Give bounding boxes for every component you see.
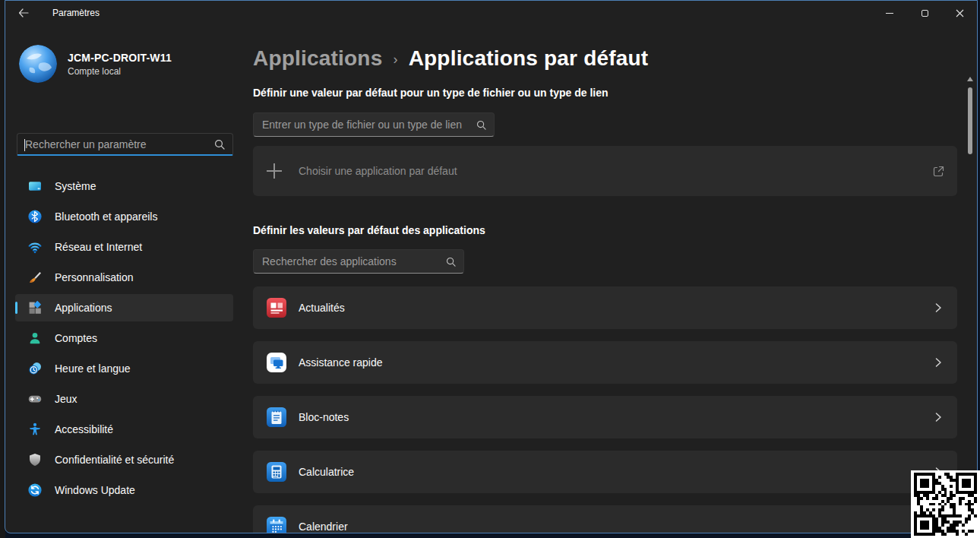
breadcrumb-separator-icon: ›	[393, 52, 397, 68]
close-button[interactable]	[942, 1, 977, 25]
default-apps-list: ActualitésAssistance rapideBloc-notesCal…	[253, 286, 957, 533]
account-avatar	[19, 45, 57, 83]
settings-search-box[interactable]	[17, 133, 233, 156]
titlebar: Paramètres	[5, 1, 977, 25]
search-icon	[207, 139, 232, 150]
app-row-calendrier[interactable]: Calendrier	[253, 505, 957, 533]
maximize-button[interactable]	[907, 1, 942, 25]
globe-avatar-icon	[19, 45, 57, 83]
app-name: Bloc-notes	[299, 411, 933, 423]
choose-default-app-card[interactable]: Choisir une application par défaut	[253, 146, 957, 196]
app-row-actualites[interactable]: Actualités	[253, 286, 957, 329]
app-row-bloc-notes[interactable]: Bloc-notes	[253, 396, 957, 438]
calculator-icon	[265, 460, 288, 483]
accounts-icon	[27, 331, 43, 346]
sidebar-item-label: Accessibilité	[55, 423, 113, 435]
back-button[interactable]	[11, 4, 36, 22]
page-title: Applications par défaut	[409, 46, 649, 71]
sidebar-item-label: Confidentialité et sécurité	[55, 454, 174, 466]
app-name: Assistance rapide	[299, 356, 933, 369]
breadcrumb-parent[interactable]: Applications	[253, 46, 382, 71]
sidebar-item-jeux[interactable]: Jeux	[15, 385, 233, 413]
sidebar-item-heure-et-langue[interactable]: Heure et langue	[15, 355, 233, 382]
account-type: Compte local	[68, 66, 172, 77]
external-link-icon	[932, 165, 945, 178]
notepad-icon	[265, 406, 288, 429]
file-type-search-input[interactable]	[254, 119, 468, 131]
window-title: Paramètres	[52, 8, 100, 18]
bluetooth-icon	[27, 209, 43, 224]
scrollbar-thumb[interactable]	[968, 87, 972, 154]
app-row-calculatrice[interactable]: Calculatrice	[253, 451, 957, 493]
sidebar: JCM-PC-DROIT-W11 Compte local SystèmeBlu…	[5, 25, 241, 533]
sidebar-item-label: Personnalisation	[55, 271, 134, 283]
sidebar-item-label: Réseau et Internet	[55, 241, 142, 253]
search-icon	[468, 120, 494, 130]
privacy-icon	[27, 452, 43, 467]
maximize-icon	[922, 10, 928, 17]
app-row-assistance-rapide[interactable]: Assistance rapide	[253, 341, 957, 384]
minimize-button[interactable]	[872, 1, 907, 25]
sidebar-item-label: Bluetooth et appareils	[55, 210, 157, 223]
account-header[interactable]: JCM-PC-DROIT-W11 Compte local	[19, 45, 241, 83]
choose-default-app-label: Choisir une application par défaut	[299, 165, 932, 177]
quick-assist-icon	[265, 351, 288, 374]
breadcrumb: Applications › Applications par défaut	[253, 45, 957, 72]
qr-code-overlay	[911, 470, 980, 538]
time-language-icon	[27, 361, 43, 376]
chevron-right-icon	[933, 357, 944, 368]
search-icon	[438, 257, 463, 267]
sidebar-item-label: Jeux	[55, 393, 77, 405]
accessibility-icon	[27, 422, 43, 437]
app-name: Actualités	[299, 302, 933, 314]
sidebar-item-label: Applications	[55, 302, 112, 314]
sidebar-item-label: Comptes	[55, 332, 97, 344]
system-icon	[27, 179, 43, 194]
apps-search-input[interactable]	[254, 255, 438, 267]
network-icon	[27, 239, 43, 255]
news-icon	[265, 296, 288, 319]
sidebar-nav: SystèmeBluetooth et appareilsRéseau et I…	[15, 172, 233, 507]
sidebar-item-systeme[interactable]: Système	[15, 172, 233, 200]
plus-icon	[267, 163, 282, 179]
sidebar-item-personnalisation[interactable]: Personnalisation	[15, 264, 233, 291]
left-arrow-icon	[18, 8, 29, 17]
file-type-search-box[interactable]	[253, 112, 495, 137]
close-icon	[956, 9, 964, 17]
sidebar-item-bluetooth-et-appareils[interactable]: Bluetooth et appareils	[15, 203, 233, 230]
personalization-icon	[27, 270, 43, 285]
sidebar-item-windows-update[interactable]: Windows Update	[15, 476, 233, 504]
apps-search-box[interactable]	[253, 249, 464, 274]
minimize-icon	[886, 13, 893, 14]
sidebar-item-applications[interactable]: Applications	[15, 294, 233, 321]
apps-icon	[27, 300, 43, 315]
sidebar-item-comptes[interactable]: Comptes	[15, 324, 233, 352]
sidebar-item-label: Système	[55, 180, 96, 192]
app-name: Calendrier	[299, 521, 933, 533]
windows-update-icon	[27, 483, 43, 498]
file-type-section-heading: Définir une valeur par défaut pour un ty…	[253, 86, 957, 100]
chevron-right-icon	[933, 302, 944, 313]
games-icon	[27, 391, 43, 407]
apps-section-heading: Définir les valeurs par défaut des appli…	[253, 223, 957, 237]
settings-search-input[interactable]	[17, 138, 207, 150]
sidebar-item-label: Heure et langue	[55, 362, 131, 375]
vertical-scrollbar[interactable]	[966, 77, 975, 502]
app-name: Calculatrice	[299, 466, 933, 478]
sidebar-item-accessibilite[interactable]: Accessibilité	[15, 416, 233, 443]
chevron-right-icon	[933, 412, 944, 422]
sidebar-item-reseau-et-internet[interactable]: Réseau et Internet	[15, 233, 233, 261]
sidebar-item-label: Windows Update	[55, 484, 135, 496]
scrollbar-up-arrow-icon[interactable]	[967, 77, 973, 81]
text-caret	[24, 139, 25, 151]
main-content: Applications › Applications par défaut D…	[241, 25, 977, 533]
settings-window: Paramètres	[5, 0, 978, 533]
calendar-icon	[265, 515, 288, 533]
sidebar-item-confidentialite-et-securite[interactable]: Confidentialité et sécurité	[15, 446, 233, 473]
account-name: JCM-PC-DROIT-W11	[68, 52, 172, 64]
